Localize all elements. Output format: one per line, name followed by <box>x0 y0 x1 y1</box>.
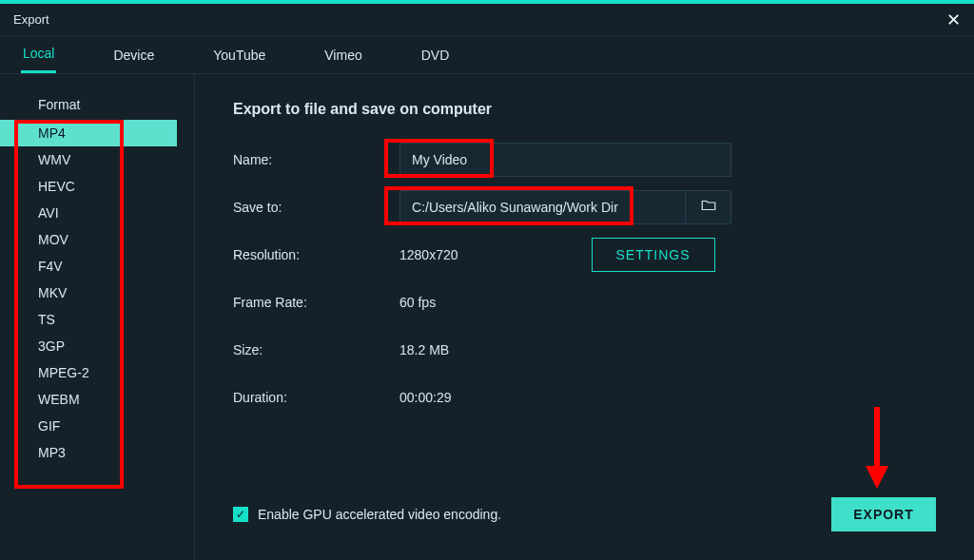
row-name: Name: <box>233 143 936 177</box>
framerate-value: 60 fps <box>399 295 436 310</box>
format-item-mp4[interactable]: MP4 <box>0 120 177 146</box>
export-window: Export ✕ Local Device YouTube Vimeo DVD … <box>0 0 974 560</box>
main-panel: Export to file and save on computer Name… <box>195 74 974 560</box>
format-item-hevc[interactable]: HEVC <box>0 173 177 200</box>
gpu-label: Enable GPU accelerated video encoding. <box>258 507 501 522</box>
duration-label: Duration: <box>233 390 399 405</box>
size-label: Size: <box>233 342 399 357</box>
format-item-gif[interactable]: GIF <box>0 413 177 439</box>
close-icon[interactable]: ✕ <box>946 10 961 30</box>
tab-local[interactable]: Local <box>21 36 56 73</box>
format-item-wmv[interactable]: WMV <box>0 146 177 173</box>
duration-value: 00:00:29 <box>399 390 452 405</box>
size-value: 18.2 MB <box>399 342 449 357</box>
format-item-ts[interactable]: TS <box>0 306 177 333</box>
format-heading: Format <box>0 93 194 120</box>
browse-folder-button[interactable] <box>685 190 731 224</box>
format-sidebar: Format MP4 WMV HEVC AVI MOV F4V MKV TS 3… <box>0 74 195 560</box>
row-size: Size: 18.2 MB <box>233 333 936 367</box>
folder-icon <box>700 197 717 218</box>
titlebar: Export ✕ <box>0 4 974 36</box>
tab-device[interactable]: Device <box>111 38 156 72</box>
row-save-to: Save to: <box>233 190 936 224</box>
main-heading: Export to file and save on computer <box>233 101 936 118</box>
tab-vimeo[interactable]: Vimeo <box>322 38 363 72</box>
row-duration: Duration: 00:00:29 <box>233 380 936 415</box>
format-item-mp3[interactable]: MP3 <box>0 439 177 466</box>
bottom-row: ✓ Enable GPU accelerated video encoding.… <box>233 497 936 531</box>
tab-dvd[interactable]: DVD <box>419 38 452 72</box>
row-framerate: Frame Rate: 60 fps <box>233 285 936 319</box>
name-label: Name: <box>233 152 399 167</box>
window-title: Export <box>13 12 49 27</box>
format-item-mkv[interactable]: MKV <box>0 280 177 306</box>
format-item-webm[interactable]: WEBM <box>0 386 177 413</box>
format-list: MP4 WMV HEVC AVI MOV F4V MKV TS 3GP MPEG… <box>0 120 194 466</box>
format-item-3gp[interactable]: 3GP <box>0 333 177 359</box>
gpu-encoding-option: ✓ Enable GPU accelerated video encoding. <box>233 507 501 522</box>
resolution-label: Resolution: <box>233 247 399 262</box>
tab-youtube[interactable]: YouTube <box>211 38 267 72</box>
save-to-input[interactable] <box>399 190 685 224</box>
settings-button[interactable]: SETTINGS <box>592 238 715 272</box>
format-item-f4v[interactable]: F4V <box>0 253 177 280</box>
row-resolution: Resolution: 1280x720 SETTINGS <box>233 238 936 272</box>
format-item-mpeg2[interactable]: MPEG-2 <box>0 359 177 386</box>
gpu-checkbox[interactable]: ✓ <box>233 507 248 522</box>
format-item-avi[interactable]: AVI <box>0 200 177 226</box>
resolution-value: 1280x720 <box>399 247 458 262</box>
body: Format MP4 WMV HEVC AVI MOV F4V MKV TS 3… <box>0 74 974 560</box>
export-tabs: Local Device YouTube Vimeo DVD <box>0 36 974 74</box>
name-input[interactable] <box>399 143 731 177</box>
save-to-label: Save to: <box>233 200 399 215</box>
format-item-mov[interactable]: MOV <box>0 226 177 253</box>
framerate-label: Frame Rate: <box>233 295 399 310</box>
export-button[interactable]: EXPORT <box>831 497 936 531</box>
